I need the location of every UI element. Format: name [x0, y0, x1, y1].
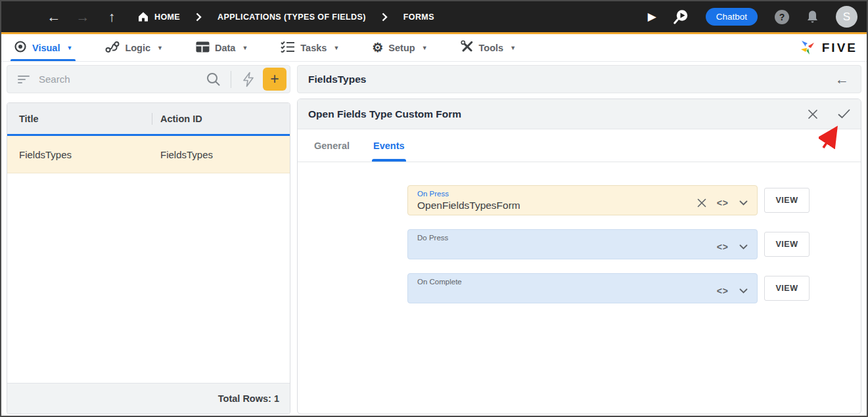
- column-header-title[interactable]: Title: [7, 114, 152, 124]
- field-label: On Press: [417, 190, 697, 198]
- cell-title: FieldsTypes: [7, 149, 152, 160]
- tab-events[interactable]: Events: [372, 129, 406, 162]
- search-icon[interactable]: [202, 72, 224, 86]
- field-row-on-press: On Press OpenFieldsTypesForm <>: [407, 185, 861, 215]
- arrow-back-icon[interactable]: ←: [46, 9, 62, 25]
- breadcrumb-forms[interactable]: FORMS: [403, 12, 434, 22]
- chevron-down-icon: ▼: [157, 45, 163, 51]
- menu-icon[interactable]: [17, 11, 33, 22]
- on-press-field[interactable]: On Press OpenFieldsTypesForm <>: [407, 185, 758, 215]
- tools-icon: [461, 40, 474, 55]
- chevron-down-icon: ▼: [333, 45, 339, 51]
- on-complete-field[interactable]: On Complete <>: [407, 273, 758, 303]
- table-empty-area: [7, 173, 290, 383]
- main-content: + Title Action ID FieldsTypes FieldsType…: [1, 62, 867, 416]
- view-button[interactable]: VIEW: [764, 188, 810, 213]
- form-title-bar: Open Fields Type Custom Form: [298, 99, 861, 129]
- records-table: Title Action ID FieldsTypes FieldsTypes …: [7, 102, 290, 414]
- workflow-icon: [105, 41, 120, 55]
- chevron-down-icon[interactable]: [739, 288, 748, 294]
- view-button[interactable]: VIEW: [764, 276, 810, 301]
- chevron-down-icon: ▼: [422, 45, 428, 51]
- home-icon: [138, 12, 148, 22]
- code-icon[interactable]: <>: [717, 198, 729, 208]
- table-icon: [196, 41, 210, 55]
- form-tabs: General Events: [298, 129, 861, 162]
- top-navigation-bar: ← → ↑ HOME APPLICATIONS (TYPES OF FIELDS…: [1, 1, 867, 34]
- tab-general[interactable]: General: [313, 129, 351, 162]
- menu-item-logic[interactable]: Logic ▼: [102, 34, 166, 61]
- detail-panel: FieldsTypes ← Open Fields Type Custom Fo…: [297, 65, 861, 414]
- menu-item-data[interactable]: Data ▼: [193, 34, 251, 61]
- menu-item-setup[interactable]: ⚙ Setup ▼: [369, 34, 430, 61]
- table-row[interactable]: FieldsTypes FieldsTypes: [7, 136, 290, 173]
- add-record-button[interactable]: +: [263, 68, 286, 91]
- arrow-up-icon[interactable]: ↑: [104, 9, 120, 25]
- table-footer: Total Rows: 1: [7, 383, 290, 414]
- arrow-forward-icon[interactable]: →: [75, 9, 91, 25]
- code-icon[interactable]: <>: [717, 242, 729, 252]
- add-icon: +: [270, 72, 279, 87]
- gear-icon: ⚙: [372, 41, 383, 54]
- chevron-down-icon: ▼: [66, 45, 72, 51]
- breadcrumb: HOME APPLICATIONS (TYPES OF FIELDS) FORM…: [138, 12, 434, 22]
- field-row-on-complete: On Complete <> VIEW: [407, 273, 861, 303]
- chevron-right-icon: [382, 12, 388, 22]
- view-button[interactable]: VIEW: [764, 232, 810, 257]
- back-arrow-icon[interactable]: ←: [835, 72, 849, 86]
- records-panel: + Title Action ID FieldsTypes FieldsType…: [7, 65, 290, 414]
- notifications-icon[interactable]: [806, 10, 819, 24]
- cell-action-id: FieldsTypes: [152, 149, 290, 160]
- form-body: On Press OpenFieldsTypesForm <>: [298, 162, 861, 414]
- field-label: On Complete: [417, 278, 717, 286]
- field-value: OpenFieldsTypesForm: [417, 200, 697, 211]
- clear-icon[interactable]: [697, 198, 706, 208]
- help-icon[interactable]: ?: [775, 10, 789, 24]
- lightning-icon[interactable]: [238, 72, 259, 87]
- breadcrumb-applications[interactable]: APPLICATIONS (TYPES OF FIELDS): [217, 12, 366, 22]
- code-icon[interactable]: <>: [717, 286, 729, 296]
- detail-header: FieldsTypes ←: [297, 65, 861, 93]
- form-card: Open Fields Type Custom Form: [297, 99, 861, 414]
- column-header-action-id[interactable]: Action ID: [152, 114, 290, 124]
- search-run-icon[interactable]: [674, 9, 689, 25]
- field-row-do-press: Do Press <> VIEW: [407, 229, 861, 259]
- table-header: Title Action ID: [7, 103, 290, 134]
- checklist-icon: [281, 41, 295, 55]
- avatar[interactable]: S: [836, 6, 857, 28]
- chatbot-button[interactable]: Chatbot: [706, 8, 758, 26]
- close-icon[interactable]: [808, 109, 818, 120]
- menu-item-visual[interactable]: Visual ▼: [11, 34, 76, 61]
- app-window: ← → ↑ HOME APPLICATIONS (TYPES OF FIELDS…: [0, 0, 868, 417]
- filter-icon[interactable]: [18, 76, 30, 83]
- five-logo-mark: [799, 39, 817, 56]
- search-input[interactable]: [39, 74, 202, 85]
- menu-bar: Visual ▼ Logic ▼ Data ▼: [1, 34, 867, 62]
- detail-title: FieldsTypes: [308, 74, 366, 85]
- form-title: Open Fields Type Custom Form: [308, 108, 461, 120]
- field-label: Do Press: [417, 234, 717, 242]
- five-logo-text: FIVE: [822, 41, 857, 55]
- search-bar: +: [7, 65, 290, 93]
- divider: [231, 71, 231, 88]
- play-icon[interactable]: ▶: [648, 10, 656, 24]
- breadcrumb-home[interactable]: HOME: [154, 12, 180, 22]
- chevron-down-icon: ▼: [510, 45, 516, 51]
- menu-item-tasks[interactable]: Tasks ▼: [277, 34, 342, 61]
- chevron-down-icon: ▼: [242, 45, 248, 51]
- five-logo: FIVE: [799, 34, 857, 61]
- chevron-right-icon: [196, 12, 202, 22]
- total-rows-label: Total Rows: 1: [218, 393, 279, 404]
- save-check-icon[interactable]: [838, 109, 850, 119]
- chevron-down-icon[interactable]: [739, 244, 748, 250]
- chevron-down-icon[interactable]: [739, 200, 748, 206]
- eye-icon: [14, 40, 27, 55]
- do-press-field[interactable]: Do Press <>: [407, 229, 758, 259]
- menu-item-tools[interactable]: Tools ▼: [457, 34, 520, 61]
